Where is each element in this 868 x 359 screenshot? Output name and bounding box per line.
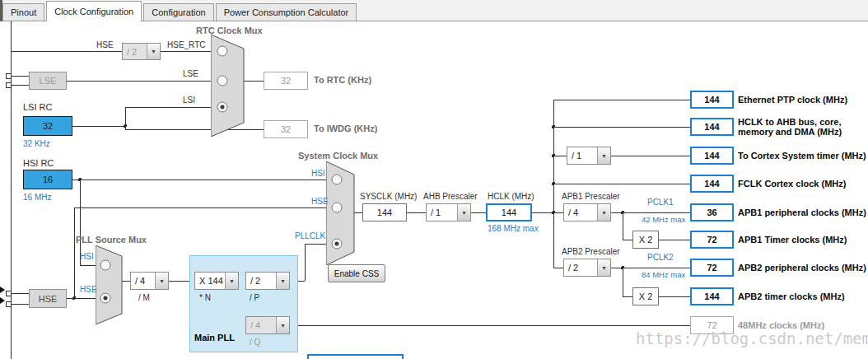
apb1-prescaler-select[interactable]: / 4 ▾	[563, 203, 611, 221]
rtc-lse-input-label: LSE	[183, 69, 198, 78]
pll-n-multiplier-select[interactable]: X 144 ▾	[194, 272, 239, 290]
apb2-peripheral-value-box[interactable]: 72	[690, 259, 734, 277]
to-rtc-value-box: 32	[264, 72, 308, 90]
tab-pinout[interactable]: Pinout	[2, 3, 44, 21]
tab-configuration[interactable]: Configuration	[143, 3, 213, 21]
osc-in-pin	[6, 291, 12, 296]
pll-n-label: * N	[199, 293, 211, 302]
hse-rtc-label: HSE_RTC	[167, 40, 206, 49]
tab-clock-configuration[interactable]: Clock Configuration	[46, 1, 142, 21]
osc32-in-pin	[6, 73, 12, 79]
ethernet-ptp-value-box[interactable]: 144	[690, 91, 734, 109]
rtc-lsi-input-label: LSI	[183, 96, 195, 105]
hsi-rc-title: HSI RC	[23, 158, 54, 168]
cortex-timer-value-box[interactable]: 144	[690, 147, 734, 165]
apb2-timer-value-box[interactable]: 144	[690, 287, 734, 305]
lse-source-box: LSE	[29, 72, 67, 90]
lsi-value-box[interactable]: 32	[23, 116, 72, 136]
chevron-down-icon: ▾	[276, 317, 289, 333]
system-clock-mux	[326, 161, 357, 265]
apb1-peripheral-label: APB1 peripheral clocks (MHz)	[738, 207, 866, 217]
fclk-value-box[interactable]: 144	[690, 175, 734, 193]
to-iwdg-value-box: 32	[264, 120, 308, 138]
pll-hse-input-label: HSE	[80, 285, 97, 294]
tab-bar: Pinout Clock Configuration Configuration…	[0, 0, 868, 21]
watermark-text: https://blog.csdn.net/memoff	[636, 329, 865, 347]
apb1-timer-multiplier-box: X 2	[632, 231, 659, 249]
chevron-down-icon: ▾	[276, 273, 289, 289]
cortex-timer-label: To Cortex System timer (MHz)	[738, 151, 866, 161]
rtc-mux-selected-dot	[221, 105, 225, 110]
chevron-down-icon: ▾	[225, 273, 238, 289]
pin-arrow-icon	[0, 287, 5, 293]
apb2-prescaler-select[interactable]: / 2 ▾	[563, 259, 611, 277]
pin-arrow-icon	[0, 297, 5, 304]
rtc-hse-input-label: HSE	[96, 40, 114, 49]
system-clock-mux-title: System Clock Mux	[298, 151, 378, 161]
rtc-mux-input-lse[interactable]	[217, 76, 227, 86]
hclk-value-box[interactable]: 144	[486, 203, 532, 221]
hclk-bus-label: HCLK to AHB bus, core, memory and DMA (M…	[738, 117, 842, 137]
cortex-timer-divider-select[interactable]: / 1 ▾	[567, 147, 611, 165]
hclk-max-label: 168 MHz max	[488, 224, 539, 233]
pclk1-max-label: 42 MHz max	[642, 215, 685, 224]
pclk1-label: PCLK1	[647, 198, 674, 207]
to-rtc-label: To RTC (KHz)	[314, 75, 371, 85]
sysclk-value-box: 144	[362, 203, 407, 221]
ahb-prescaler-label: AHB Prescaler	[423, 192, 478, 201]
fclk-label: FCLK Cortex clock (MHz)	[738, 179, 846, 189]
hsi-frequency-label: 16 MHz	[23, 193, 51, 202]
pll-q-divider-select[interactable]: / 4 ▾	[245, 316, 290, 334]
apb2-timer-label: APB2 timer clocks (MHz)	[738, 291, 845, 301]
rtc-mux-input-hse-rtc[interactable]	[217, 46, 227, 56]
sys-mux-input-hsi[interactable]	[332, 175, 342, 184]
apb1-peripheral-value-box[interactable]: 36	[690, 203, 734, 221]
pll-p-label: / P	[250, 293, 259, 302]
ahb-prescaler-select[interactable]: / 1 ▾	[426, 203, 471, 221]
osc-out-pin	[6, 301, 12, 307]
pclk2-label: PCLK2	[647, 253, 674, 262]
ethernet-ptp-label: Ethernet PTP clock (MHz)	[738, 95, 847, 105]
hse-source-box: HSE	[29, 289, 67, 308]
pll-source-mux	[96, 245, 125, 324]
pll-source-mux-title: PLL Source Mux	[76, 235, 147, 245]
apb1-timer-value-box[interactable]: 72	[690, 231, 734, 249]
hclk-label: HCLK (MHz)	[488, 192, 534, 201]
rtc-clock-mux	[211, 35, 247, 137]
chevron-down-icon: ▾	[457, 204, 470, 221]
sys-pllclk-input-label: PLLCLK	[295, 231, 325, 240]
pll-mux-selected-dot	[104, 296, 108, 301]
enable-css-button[interactable]: Enable CSS	[328, 264, 385, 282]
lsi-frequency-label: 32 KHz	[23, 139, 50, 148]
pll-hsi-input-label: HSI	[80, 252, 94, 261]
apb2-peripheral-label: APB2 peripheral clocks (MHz)	[738, 263, 866, 273]
tab-power-consumption-calculator[interactable]: Power Consumption Calculator	[216, 3, 357, 21]
apb2-timer-multiplier-box: X 2	[632, 287, 659, 305]
sys-mux-selected-dot	[335, 242, 339, 246]
pll-m-label: / M	[138, 293, 150, 302]
to-iwdg-label: To IWDG (KHz)	[314, 124, 377, 133]
hclk-bus-value-box[interactable]: 144	[690, 118, 734, 136]
apb1-prescaler-label: APB1 Prescaler	[562, 192, 620, 201]
chevron-down-icon: ▾	[597, 204, 610, 221]
partial-clock-box[interactable]	[307, 354, 404, 359]
main-pll-title: Main PLL	[194, 333, 235, 343]
sys-hse-input-label: HSE	[311, 197, 329, 206]
chevron-down-icon: ▾	[147, 44, 160, 59]
apb1-timer-label: APB1 Timer clocks (MHz)	[738, 235, 847, 245]
hsi-value-box[interactable]: 16	[23, 170, 72, 189]
sysclk-label: SYSCLK (MHz)	[360, 192, 417, 201]
apb2-prescaler-label: APB2 Prescaler	[562, 247, 620, 256]
lsi-rc-title: LSI RC	[23, 102, 52, 112]
chevron-down-icon: ▾	[597, 259, 610, 276]
sys-mux-input-hse[interactable]	[332, 203, 342, 212]
pll-p-divider-select[interactable]: / 2 ▾	[245, 272, 290, 290]
pll-q-label: / Q	[250, 338, 260, 347]
chevron-down-icon: ▾	[597, 147, 610, 164]
rtc-hse-divider-select[interactable]: / 2 ▾	[122, 43, 161, 60]
chevron-down-icon: ▾	[155, 273, 168, 289]
pll-m-divider-select[interactable]: / 4 ▾	[130, 272, 169, 290]
pll-mux-input-hsi[interactable]	[100, 260, 110, 270]
pclk2-max-label: 84 MHz max	[642, 270, 685, 279]
window-edge	[0, 0, 2, 21]
